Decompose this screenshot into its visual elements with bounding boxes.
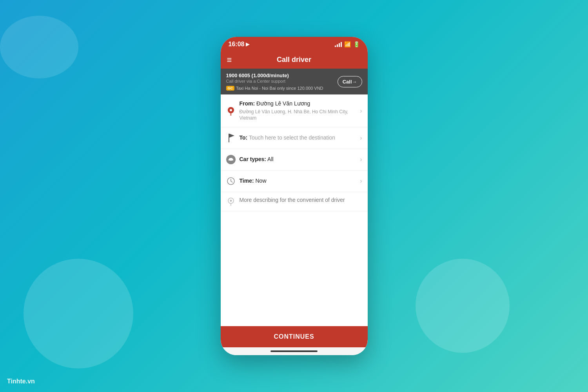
car-types-text-container: Car types: All [240, 156, 356, 163]
svg-point-13 [230, 200, 232, 202]
from-text-container: From: Đường Lê Văn Lương Đường Lê Văn Lư… [240, 100, 356, 122]
time-chevron-icon: › [360, 178, 362, 185]
car-types-text: Car types: All [240, 156, 356, 163]
from-address: Đường Lê Văn Lương, H. Nhà Bè, Ho Chi Mi… [240, 109, 356, 122]
status-bar: 16:08 ▶ 📶 🔋 [221, 37, 368, 51]
info-banner-content: 1900 6005 (1.000đ/minute) Call driver vi… [226, 73, 338, 91]
status-time: 16:08 ▶ [229, 41, 250, 48]
to-chevron-icon: › [360, 134, 362, 142]
signal-strength-icon [335, 42, 342, 47]
wifi-icon: 📶 [344, 41, 351, 47]
home-indicator [221, 347, 368, 355]
content-spacer [221, 211, 368, 326]
status-icons: 📶 🔋 [335, 41, 360, 47]
badge-text: Taxi Ha Noi - Noi Bai only since 120.000… [236, 86, 323, 91]
info-banner: 1900 6005 (1.000đ/minute) Call driver vi… [221, 69, 368, 94]
phone-frame: 16:08 ▶ 📶 🔋 ≡ Call driver 1900 6005 (1.0… [221, 37, 368, 355]
info-badge-row: GC Taxi Ha Noi - Noi Bai only since 120.… [226, 86, 338, 91]
to-text-container: To: Touch here to select the destination [240, 134, 356, 142]
time-display: 16:08 [229, 41, 245, 48]
badge-icon: GC [226, 86, 235, 91]
svg-marker-4 [229, 134, 234, 138]
to-main-text: To: Touch here to select the destination [240, 134, 356, 142]
svg-point-1 [230, 109, 232, 111]
nav-bar: ≡ Call driver [221, 51, 368, 69]
svg-point-8 [232, 160, 233, 162]
from-chevron-icon: › [360, 107, 362, 114]
car-types-chevron-icon: › [360, 156, 362, 163]
from-row[interactable]: From: Đường Lê Văn Lương Đường Lê Văn Lư… [221, 94, 368, 127]
bg-circle-left [24, 259, 133, 368]
time-row[interactable]: Time: Now › [221, 171, 368, 192]
time-text: Time: Now [240, 177, 356, 185]
home-bar [270, 350, 318, 352]
from-pin-icon [226, 106, 236, 116]
phone-number: 1900 6005 (1.000đ/minute) [226, 73, 338, 78]
svg-line-11 [231, 181, 232, 182]
to-row[interactable]: To: Touch here to select the destination… [221, 127, 368, 149]
form-content: From: Đường Lê Văn Lương Đường Lê Văn Lư… [221, 94, 368, 355]
clock-icon [226, 176, 236, 186]
to-flag-icon [226, 133, 236, 143]
bg-circle-right [416, 259, 510, 353]
svg-rect-6 [229, 158, 232, 160]
navigation-arrow-icon: ▶ [246, 42, 249, 47]
from-main-text: From: Đường Lê Văn Lương [240, 100, 356, 108]
time-text-container: Time: Now [240, 177, 356, 185]
bg-blob-top-left [0, 16, 78, 78]
pin-description-icon [226, 197, 236, 206]
description-row[interactable] [221, 192, 368, 211]
car-type-icon [226, 155, 236, 164]
svg-point-7 [229, 160, 230, 162]
page-title: Call driver [277, 56, 311, 64]
svg-rect-3 [229, 134, 229, 142]
car-types-row[interactable]: Car types: All › [221, 149, 368, 171]
menu-icon[interactable]: ≡ [227, 55, 232, 65]
battery-icon: 🔋 [353, 41, 360, 47]
call-button[interactable]: Call→ [338, 76, 362, 87]
call-subtitle: Call driver via a Center support [226, 79, 338, 83]
description-input[interactable] [240, 197, 362, 203]
continue-button[interactable]: CONTINUES [221, 326, 368, 347]
watermark: Tinhte.vn [7, 378, 35, 385]
